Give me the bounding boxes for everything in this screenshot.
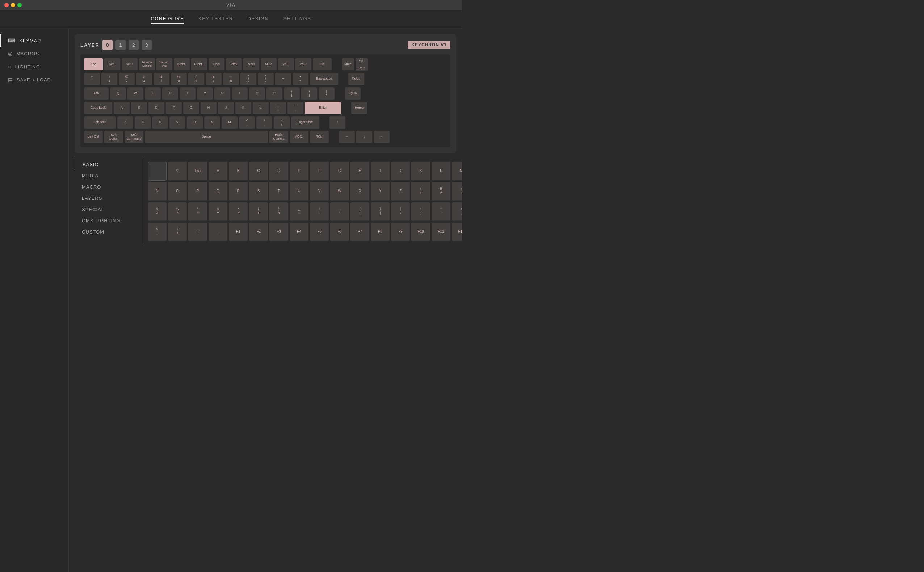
grid-key-f2[interactable]: F2 xyxy=(249,223,268,241)
key-rctrl[interactable]: RCtrl xyxy=(310,131,329,144)
key-backspace[interactable]: Backspace xyxy=(310,73,338,86)
key-right-command[interactable]: RightComma xyxy=(269,131,288,144)
layer-3-button[interactable]: 3 xyxy=(142,40,152,50)
grid-key-k[interactable]: K xyxy=(411,162,430,181)
key-t[interactable]: T xyxy=(180,87,196,100)
key-g[interactable]: G xyxy=(183,102,199,115)
key-7[interactable]: &7 xyxy=(206,73,222,86)
key-m[interactable]: M xyxy=(222,116,238,129)
grid-key-colon[interactable]: :; xyxy=(411,202,430,221)
grid-key-t[interactable]: T xyxy=(269,182,288,201)
sidebar-item-keymap[interactable]: ⌨ KEYMAP xyxy=(0,34,68,47)
grid-key-u[interactable]: U xyxy=(290,182,308,201)
grid-key-e[interactable]: E xyxy=(290,162,308,181)
category-custom[interactable]: CUSTOM xyxy=(75,226,143,238)
tab-key-tester[interactable]: KEY TESTER xyxy=(198,14,233,23)
key-vol-combo[interactable]: Vol -Vol + xyxy=(356,58,368,72)
grid-key-dollar[interactable]: $4 xyxy=(148,202,166,221)
key-pgdn[interactable]: PgDn xyxy=(345,87,361,100)
key-f[interactable]: F xyxy=(166,102,182,115)
grid-key-x[interactable]: X xyxy=(350,182,369,201)
key-semicolon[interactable]: :; xyxy=(270,102,286,115)
grid-key-p[interactable]: P xyxy=(188,182,207,201)
key-vol-plus[interactable]: Vol + xyxy=(296,58,311,71)
key-c[interactable]: C xyxy=(152,116,168,129)
key-tab[interactable]: Tab xyxy=(84,87,109,100)
key-j[interactable]: J xyxy=(218,102,234,115)
key-p[interactable]: P xyxy=(266,87,282,100)
key-s[interactable]: S xyxy=(131,102,147,115)
grid-key-lt[interactable]: <, xyxy=(452,202,462,221)
key-mission-control[interactable]: MissionControl xyxy=(139,58,155,71)
grid-key-at[interactable]: @2 xyxy=(432,182,450,201)
key-bracket-right[interactable]: }] xyxy=(301,87,317,100)
grid-key-r[interactable]: R xyxy=(229,182,248,201)
grid-key-v[interactable]: V xyxy=(310,182,329,201)
key-left-command[interactable]: LeftCommand xyxy=(124,131,143,144)
key-2[interactable]: @2 xyxy=(119,73,135,86)
key-y[interactable]: Y xyxy=(197,87,213,100)
grid-key-a[interactable]: A xyxy=(208,162,227,181)
key-prvs[interactable]: Prvs xyxy=(208,58,224,71)
key-e[interactable]: E xyxy=(145,87,161,100)
key-b[interactable]: B xyxy=(187,116,203,129)
key-left[interactable]: ← xyxy=(339,131,355,144)
grid-key-lparen[interactable]: (9 xyxy=(249,202,268,221)
key-vol-minus[interactable]: Vol - xyxy=(278,58,294,71)
key-up[interactable]: ↑ xyxy=(330,116,345,129)
category-basic[interactable]: BASIC xyxy=(75,159,143,170)
close-button[interactable] xyxy=(4,3,9,7)
grid-key-f5[interactable]: F5 xyxy=(310,223,329,241)
grid-key-lbrace[interactable]: {[ xyxy=(350,202,369,221)
key-scr-plus[interactable]: Scr + xyxy=(122,58,138,71)
key-mo1[interactable]: MO(1) xyxy=(290,131,308,144)
key-d[interactable]: D xyxy=(148,102,164,115)
grid-key-underscore[interactable]: _- xyxy=(290,202,308,221)
key-l[interactable]: L xyxy=(253,102,269,115)
grid-key-dquote[interactable]: "' xyxy=(432,202,450,221)
grid-key-n[interactable]: N xyxy=(148,182,166,201)
grid-key-d[interactable]: D xyxy=(269,162,288,181)
key-brght-plus[interactable]: Brght+ xyxy=(191,58,207,71)
grid-key-f7[interactable]: F7 xyxy=(350,223,369,241)
grid-key-z[interactable]: Z xyxy=(391,182,410,201)
key-4[interactable]: $4 xyxy=(154,73,170,86)
grid-key-f4[interactable]: F4 xyxy=(290,223,308,241)
key-play[interactable]: Play xyxy=(226,58,242,71)
key-8[interactable]: *8 xyxy=(223,73,239,86)
key-1[interactable]: !1 xyxy=(101,73,117,86)
key-o[interactable]: O xyxy=(249,87,265,100)
key-caps-lock[interactable]: Caps Lock xyxy=(84,102,112,115)
grid-key-pipe[interactable]: |\ xyxy=(391,202,410,221)
key-pgup[interactable]: PgUp xyxy=(348,73,364,86)
key-down[interactable]: ↓ xyxy=(356,131,372,144)
key-left-shift[interactable]: Left Shift xyxy=(84,116,116,129)
grid-key-f9[interactable]: F9 xyxy=(391,223,410,241)
layer-1-button[interactable]: 1 xyxy=(115,40,126,50)
grid-key-trns[interactable]: ▽ xyxy=(168,162,187,181)
key-a[interactable]: A xyxy=(114,102,130,115)
category-media[interactable]: MEDIA xyxy=(75,170,143,181)
tab-settings[interactable]: SETTINGS xyxy=(283,14,311,23)
key-q[interactable]: Q xyxy=(110,87,126,100)
key-quote[interactable]: ". xyxy=(288,102,303,115)
grid-key-q[interactable]: Q xyxy=(208,182,227,201)
key-3[interactable]: #3 xyxy=(136,73,152,86)
key-comma[interactable]: <, xyxy=(239,116,255,129)
grid-key-l[interactable]: L xyxy=(432,162,450,181)
grid-key-g[interactable]: G xyxy=(330,162,349,181)
key-n[interactable]: N xyxy=(204,116,220,129)
key-period[interactable]: >. xyxy=(256,116,272,129)
grid-key-j[interactable]: J xyxy=(391,162,410,181)
key-right[interactable]: → xyxy=(374,131,390,144)
grid-key-i[interactable]: I xyxy=(371,162,390,181)
key-k[interactable]: K xyxy=(235,102,251,115)
grid-key-m[interactable]: M xyxy=(452,162,462,181)
grid-key-plus[interactable]: += xyxy=(310,202,329,221)
key-w[interactable]: W xyxy=(128,87,143,100)
key-h[interactable]: H xyxy=(201,102,216,115)
sidebar-item-lighting[interactable]: ○ LIGHTING xyxy=(0,60,68,73)
key-mute2[interactable]: Mute xyxy=(342,58,354,71)
grid-key-equals[interactable]: = xyxy=(188,223,207,241)
key-space[interactable]: Space xyxy=(145,131,268,144)
